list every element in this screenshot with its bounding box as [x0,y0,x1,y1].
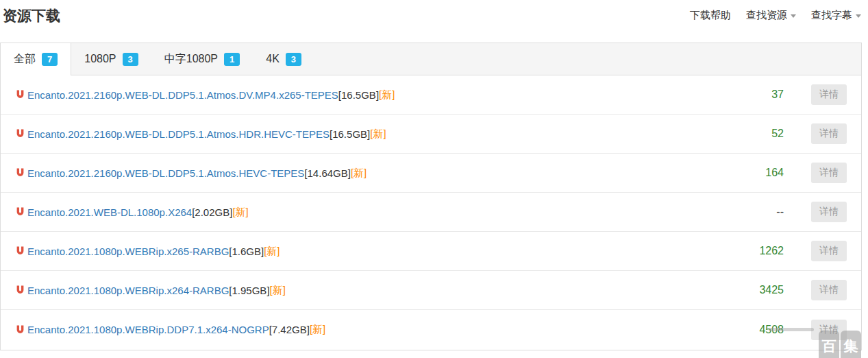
tab-chs-1080p[interactable]: 中字1080P 1 [151,43,253,75]
magnet-icon [16,207,25,217]
chevron-down-icon [791,14,796,18]
find-resources-label: 查找资源 [746,9,787,21]
table-row: Encanto.2021.2160p.WEB-DL.DDP5.1.Atmos.H… [1,154,861,193]
tab-all-label: 全部 [14,52,36,67]
new-tag: [新] [310,323,325,336]
tab-1080p[interactable]: 1080P 3 [71,43,151,75]
file-size: [16.5GB] [330,128,370,140]
new-tag: [新] [370,128,386,141]
resource-download-page: 资源下载 下载帮助 查找资源 查找字幕 全部 7 1080P 3 中字1080P… [0,0,868,358]
detail-button[interactable]: 详情 [811,163,847,183]
new-tag: [新] [232,206,248,219]
new-tag: [新] [351,167,367,180]
download-count: 3425 [732,284,784,296]
download-count: -- [732,206,784,218]
download-help-label: 下载帮助 [690,9,731,21]
detail-button[interactable]: 详情 [811,84,847,105]
magnet-icon [16,325,25,335]
table-row: Encanto.2021.1080p.WEBRip.x264-RARBG [1.… [1,271,861,310]
tab-4k-label: 4K [266,53,280,65]
page-title: 资源下载 [3,6,60,25]
new-tag: [新] [379,88,395,102]
download-count: 1262 [732,245,784,257]
table-row: Encanto.2021.2160p.WEB-DL.DDP5.1.Atmos.H… [1,115,861,154]
file-size: [14.64GB] [304,167,351,179]
download-help-link[interactable]: 下载帮助 [690,9,731,22]
magnet-icon [16,168,25,178]
tab-1080p-label: 1080P [84,53,116,65]
table-row: Encanto.2021.1080p.WEBRip.x265-RARBG [1.… [1,232,861,271]
tab-chs-1080p-count-badge: 1 [224,53,240,66]
file-size: [16.5GB] [338,89,379,101]
detail-button[interactable]: 详情 [811,280,847,300]
magnet-icon [16,285,25,295]
file-size: [2.02GB] [192,206,232,218]
topbar: 资源下载 下载帮助 查找资源 查找字幕 [0,0,868,43]
resource-link[interactable]: Encanto.2021.2160p.WEB-DL.DDP5.1.Atmos.H… [27,167,304,179]
table-row: Encanto.2021.1080p.WEBRip.DDP7.1.x264-NO… [1,310,861,349]
file-size: [1.95GB] [229,285,269,296]
detail-button[interactable]: 详情 [811,123,847,144]
chevron-down-icon [856,14,861,18]
detail-button[interactable]: 详情 [811,202,847,222]
detail-button[interactable]: 详情 [811,320,847,340]
download-count: 4508 [732,324,784,336]
find-subtitles-label: 查找字幕 [811,9,852,21]
resource-link[interactable]: Encanto.2021.WEB-DL.1080p.X264 [27,206,192,218]
magnet-icon [16,246,25,256]
magnet-icon [16,129,25,139]
download-count: 52 [732,128,784,140]
tab-all[interactable]: 全部 7 [1,43,71,75]
resource-link[interactable]: Encanto.2021.1080p.WEBRip.x265-RARBG [27,246,229,257]
top-links: 下载帮助 查找资源 查找字幕 [690,6,861,22]
resource-link[interactable]: Encanto.2021.1080p.WEBRip.DDP7.1.x264-NO… [27,324,269,335]
download-count: 37 [732,88,784,101]
resource-link[interactable]: Encanto.2021.2160p.WEB-DL.DDP5.1.Atmos.D… [27,89,338,101]
new-tag: [新] [270,284,286,297]
resource-link[interactable]: Encanto.2021.1080p.WEBRip.x264-RARBG [27,285,229,296]
detail-button[interactable]: 详情 [811,241,847,261]
new-tag: [新] [264,245,280,258]
magnet-icon [16,90,25,99]
find-subtitles-menu[interactable]: 查找字幕 [811,9,861,22]
tab-all-count-badge: 7 [42,53,58,66]
resource-link[interactable]: Encanto.2021.2160p.WEB-DL.DDP5.1.Atmos.H… [27,128,330,140]
tab-4k-count-badge: 3 [286,53,301,66]
tab-1080p-count-badge: 3 [123,53,138,66]
table-row: Encanto.2021.WEB-DL.1080p.X264 [2.02GB] … [1,193,861,232]
resource-panel: 全部 7 1080P 3 中字1080P 1 4K 3 Encanto.2021… [0,43,862,350]
resource-list: Encanto.2021.2160p.WEB-DL.DDP5.1.Atmos.D… [1,75,861,349]
tab-chs-1080p-label: 中字1080P [164,52,218,67]
file-size: [1.6GB] [229,246,264,257]
tab-4k[interactable]: 4K 3 [253,43,314,75]
tabbar: 全部 7 1080P 3 中字1080P 1 4K 3 [1,43,861,75]
download-count: 164 [732,167,784,179]
find-resources-menu[interactable]: 查找资源 [746,9,796,22]
table-row: Encanto.2021.2160p.WEB-DL.DDP5.1.Atmos.D… [1,75,861,115]
file-size: [7.42GB] [269,324,310,335]
